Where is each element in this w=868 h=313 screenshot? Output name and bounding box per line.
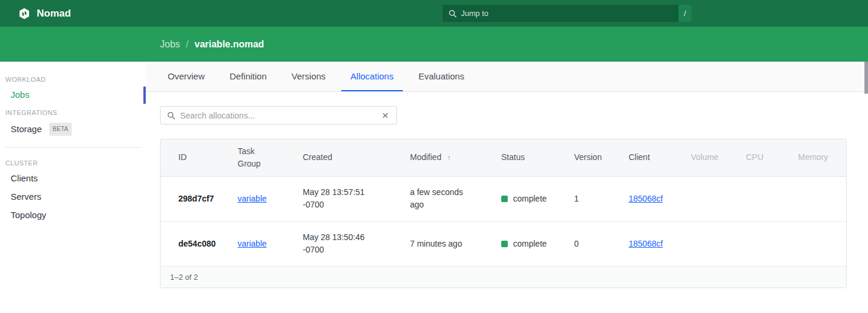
breadcrumb-separator: / [186,39,188,50]
sidebar-item-storage-label: Storage [11,124,42,134]
status-badge: complete [501,193,574,205]
table-header-row: ID Task Group Created Modified ↑ Status … [161,139,846,176]
task-group-link[interactable]: variable [238,194,267,203]
column-header-cpu: CPU [746,139,798,176]
jump-to-search[interactable]: Jump to / [443,5,691,22]
status-complete-icon [501,241,508,247]
status-label: complete [513,238,547,250]
allocation-id: 298d7cf7 [161,176,238,221]
shortcut-key-badge: / [678,5,691,22]
top-navbar: Nomad Jump to / [0,0,868,27]
allocation-id: de54c080 [161,221,238,266]
nomad-logo-icon [18,7,31,20]
sidebar-item-servers[interactable]: Servers [0,188,146,206]
status-complete-icon [501,196,508,202]
search-icon [167,111,175,120]
allocation-row[interactable]: de54c080 variable May 28 13:50:46 -0700 … [161,221,846,266]
sidebar-item-topology[interactable]: Topology [0,206,146,225]
breadcrumb-jobs[interactable]: Jobs [160,39,180,50]
column-header-created[interactable]: Created [303,139,410,176]
sidebar-item-jobs-label: Jobs [11,90,30,100]
pagination-summary: 1–2 of 2 [161,267,846,288]
sidebar-section-workload: WORKLOAD [0,71,146,86]
allocations-pane: ✕ ID Task Group C [146,92,868,288]
column-header-memory: Memory [798,139,846,176]
tab-versions[interactable]: Versions [282,62,335,91]
column-header-status[interactable]: Status [501,139,574,176]
page-header: Jobs / variable.nomad [0,27,868,62]
tab-overview[interactable]: Overview [158,62,214,91]
column-header-client[interactable]: Client [629,139,691,176]
allocation-row[interactable]: 298d7cf7 variable May 28 13:57:51 -0700 … [161,176,846,221]
column-header-task-group-label: Task Group [238,145,266,170]
allocation-cpu [746,176,798,221]
job-tabs: Overview Definition Versions Allocations… [146,62,868,92]
sidebar-section-integrations: INTEGRATIONS [0,104,146,119]
clear-search-icon[interactable]: ✕ [380,111,390,120]
column-header-modified-label: Modified [410,152,441,162]
status-label: complete [513,193,547,205]
jump-to-label: Jump to [461,9,488,18]
allocations-search: ✕ [160,106,397,124]
allocation-created: May 28 13:50:46 -0700 [303,231,373,256]
nomad-home-link[interactable]: Nomad [18,7,71,20]
column-header-task-group[interactable]: Task Group [238,139,303,176]
column-header-volume: Volume [691,139,746,176]
column-header-version[interactable]: Version [574,139,629,176]
scrollbar[interactable] [864,62,868,94]
allocations-table-card: ID Task Group Created Modified ↑ Status … [160,139,847,288]
allocation-memory [798,221,846,266]
status-badge: complete [501,238,574,250]
allocation-volume [691,176,746,221]
allocation-version: 1 [574,176,629,221]
allocation-volume [691,221,746,266]
column-header-modified[interactable]: Modified ↑ [410,139,501,176]
tab-allocations[interactable]: Allocations [341,62,403,91]
brand-name: Nomad [37,8,71,20]
allocation-cpu [746,221,798,266]
allocation-created: May 28 13:57:51 -0700 [303,186,373,211]
allocation-version: 0 [574,221,629,266]
sidebar-section-cluster: CLUSTER [0,155,146,170]
sidebar: WORKLOAD Jobs INTEGRATIONS Storage BETA … [0,62,146,313]
content-area: Overview Definition Versions Allocations… [146,62,868,313]
client-link[interactable]: 185068cf [629,194,663,203]
sidebar-item-storage[interactable]: Storage BETA [0,119,146,140]
tab-definition[interactable]: Definition [220,62,277,91]
sidebar-divider [5,147,141,148]
allocation-memory [798,176,846,221]
column-header-id[interactable]: ID [161,139,238,176]
tab-evaluations[interactable]: Evaluations [409,62,474,91]
task-group-link[interactable]: variable [238,239,267,248]
search-input[interactable] [180,111,380,120]
allocation-modified: 7 minutes ago [410,238,462,250]
sort-ascending-icon: ↑ [447,153,451,162]
breadcrumb-current-job[interactable]: variable.nomad [194,39,264,50]
client-link[interactable]: 185068cf [629,239,663,248]
allocation-modified: a few seconds ago [410,186,476,211]
sidebar-item-jobs[interactable]: Jobs [0,86,146,104]
search-icon [449,9,457,18]
allocations-table: ID Task Group Created Modified ↑ Status … [161,139,846,267]
beta-badge: BETA [49,123,72,136]
sidebar-item-clients[interactable]: Clients [0,170,146,188]
main-layout: WORKLOAD Jobs INTEGRATIONS Storage BETA … [0,62,868,313]
